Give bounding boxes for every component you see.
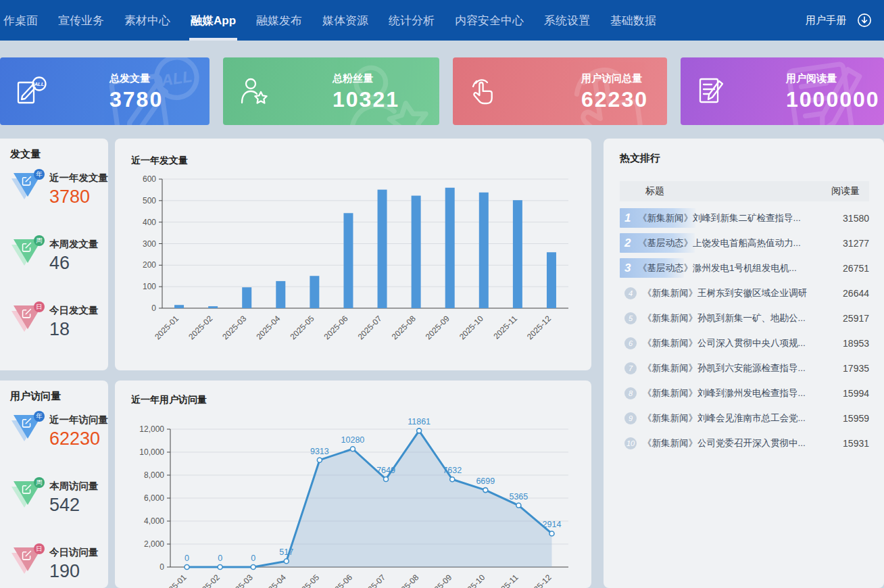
svg-text:517: 517 [279,547,293,557]
stat-today-visits: 日 今日访问量 190 [11,545,108,588]
nav-item[interactable]: 宣传业务 [48,0,114,41]
nav-items: 作桌面宣传业务素材中心融媒App融媒发布媒体资源统计分析内容安全中心系统设置基础… [0,0,666,41]
posts-chart-panel: 近一年发文量 01002003004005006002025-012025-02… [115,139,591,370]
card-label: 用户访问总量 [581,72,648,85]
hot-row[interactable]: 1《新集新闻》刘峰到新集二矿检查指导...31580 [620,205,869,230]
article-title: 《新集新闻》刘峰到新集二矿检查指导... [638,212,827,224]
posts-bar-chart: 01002003004005006002025-012025-022025-03… [131,170,575,370]
svg-text:0: 0 [159,562,164,572]
nav-item[interactable]: 媒体资源 [312,0,378,41]
article-reads: 15959 [827,413,869,424]
stat-card-total-reads: 用户阅读量 1000000 [681,57,884,125]
nav-item[interactable]: 系统设置 [534,0,600,41]
year-badge: 年 [34,411,45,422]
nav-item[interactable]: 统计分析 [378,0,445,41]
rank-badge: 10 [624,437,637,449]
hot-row[interactable]: 5《新集新闻》孙凯到新集一矿、地勘公...25917 [620,305,869,330]
week-badge: 周 [34,477,45,488]
svg-text:2025-02: 2025-02 [194,572,222,588]
svg-text:400: 400 [143,218,156,227]
col-title: 标题 [645,185,664,197]
article-reads: 31580 [827,213,869,224]
card-label: 用户阅读量 [786,72,880,85]
stat-value: 18 [49,320,99,340]
stat-today-posts: 日 今日发文量 18 [11,303,108,360]
rank-number: 1 [620,212,638,225]
article-reads: 26751 [827,263,869,274]
edit-icon [21,483,32,495]
hot-row[interactable]: 7《新集新闻》孙凯到六安能源检查指导...17935 [620,356,869,381]
svg-text:5365: 5365 [509,492,528,501]
week-posts-icon: 周 [11,237,47,273]
week-badge: 周 [34,235,45,246]
card-value: 62230 [581,89,648,110]
svg-text:2025-05: 2025-05 [288,314,316,341]
visits-stats-panel: 用户访问量 年 近一年访问量 62230 周 本周访问量 542 [0,381,108,588]
hot-row[interactable]: 6《新集新闻》公司深入贯彻中央八项规...18953 [620,330,869,356]
stat-label: 今日发文量 [49,304,99,317]
nav-item[interactable]: 融媒发布 [246,0,312,41]
stat-label: 近一年发文量 [49,172,108,185]
svg-text:2025-05: 2025-05 [293,572,321,588]
stat-card-total-posts: 总发文量 3780 [0,57,210,125]
svg-text:0: 0 [218,554,222,563]
svg-text:0: 0 [185,554,189,563]
card-label: 总发文量 [109,72,163,85]
stat-label: 本周访问量 [49,480,99,493]
svg-text:300: 300 [143,239,156,249]
dashboard-screen: 作桌面宣传业务素材中心融媒App融媒发布媒体资源统计分析内容安全中心系统设置基础… [0,0,884,588]
svg-text:9313: 9313 [310,447,329,456]
hot-row[interactable]: 10《新集新闻》公司党委召开深入贯彻中...15931 [620,431,869,456]
stat-value: 542 [49,495,99,516]
nav-item[interactable]: 作桌面 [0,0,48,41]
year-posts-icon: 年 [11,170,47,207]
hot-panel-title: 热文排行 [620,152,869,165]
svg-text:12,000: 12,000 [139,424,164,434]
stat-label: 本周发文量 [49,238,99,251]
hot-articles-panel: 热文排行 标题 阅读量 1《新集新闻》刘峰到新集二矿检查指导...315802《… [604,139,884,588]
nav-item[interactable]: 素材中心 [114,0,180,41]
rank-badge: 8 [624,387,637,399]
svg-text:2025-07: 2025-07 [356,314,384,341]
article-title: 《新集新闻》公司深入贯彻中央八项规... [643,337,827,349]
hot-list-header: 标题 阅读量 [620,181,869,201]
svg-text:2025-06: 2025-06 [322,314,350,341]
hot-row[interactable]: 9《新集新闻》刘峰会见淮南市总工会党...15959 [620,406,869,431]
svg-text:2025-11: 2025-11 [492,314,520,341]
svg-text:2025-10: 2025-10 [459,572,487,588]
rank-badge: 5 [624,312,637,324]
user-manual-link[interactable]: 用户手册 [806,14,846,27]
stat-week-posts: 周 本周发文量 46 [11,237,108,293]
rank-badge: 9 [624,412,637,424]
circle-download-icon[interactable] [857,13,872,28]
svg-text:7649: 7649 [376,466,395,475]
visits-chart-panel: 近一年用户访问量 02,0004,0006,0008,00010,00012,0… [115,381,591,588]
svg-text:2025-10: 2025-10 [458,314,485,341]
stat-year-visits: 年 近一年访问量 62230 [11,412,108,469]
svg-text:2025-09: 2025-09 [426,572,453,588]
article-title: 《新集新闻》王树东到安徽区域企业调研 [643,287,827,299]
doc-pencil-icon [695,75,728,107]
svg-text:2025-04: 2025-04 [260,572,288,588]
svg-text:7632: 7632 [443,466,462,475]
article-title: 《新集新闻》孙凯到六安能源检查指导... [643,362,827,374]
nav-item[interactable]: 基础数据 [600,0,666,41]
hot-row[interactable]: 3《基层动态》滁州发电1号机组发电机...26751 [620,255,869,280]
rank-number: 3 [620,262,638,275]
year-badge: 年 [34,169,45,180]
stat-value: 46 [49,253,99,274]
stat-card-total-visits: 用户访问总量 62230 [453,57,667,125]
svg-text:2025-02: 2025-02 [187,314,214,341]
hot-row[interactable]: 8《新集新闻》刘峰到滁州发电检查指导...15994 [620,381,869,406]
stat-week-visits: 周 本周访问量 542 [11,479,108,535]
edit-icon [21,175,32,187]
hot-row[interactable]: 4《新集新闻》王树东到安徽区域企业调研26644 [620,280,869,305]
nav-item[interactable]: 内容安全中心 [445,0,534,41]
nav-item[interactable]: 融媒App [180,0,246,41]
hot-row[interactable]: 2《基层动态》上饶发电首船高热值动力...31277 [620,230,869,255]
day-badge: 日 [34,301,45,312]
svg-text:2025-03: 2025-03 [227,572,255,588]
article-reads: 25917 [827,313,869,324]
edit-icon [21,308,32,319]
svg-text:6699: 6699 [476,476,495,486]
